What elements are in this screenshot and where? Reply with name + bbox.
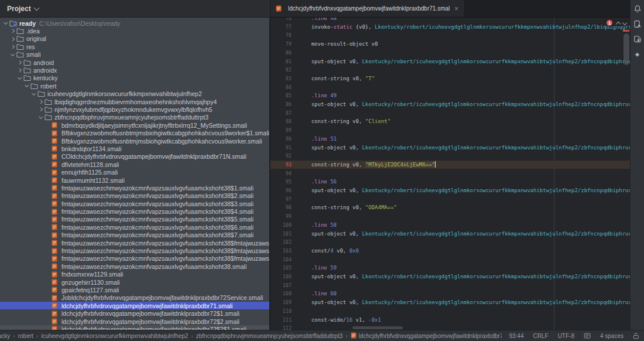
file-encoding[interactable]: UTF-8: [558, 333, 574, 339]
tree-item-label: ldchcjdyfhrbfvdnxvqgatampejbomvwjfawitdn…: [61, 318, 239, 325]
tree-item-label: ennujrhfih1125.smali: [61, 169, 118, 176]
breadcrumb-item[interactable]: zbfncnpqdbiphruvjmmxueamnjcyuhejsomsbtrf…: [196, 333, 343, 339]
tree-item-file[interactable]: fmtajwuzawsezchmwyazokcmnfvapzsauxlvgvfu…: [0, 262, 269, 270]
ai-assistant-icon[interactable]: ✦: [633, 50, 642, 59]
tree-item-file[interactable]: dfivtetehm1128.smali: [0, 161, 269, 168]
chevron-collapsed-icon[interactable]: [16, 61, 23, 64]
tree-item-folder[interactable]: .idea: [0, 27, 269, 35]
tree-item-folder[interactable]: smali: [0, 51, 269, 59]
chevron-collapsed-icon[interactable]: [9, 29, 16, 32]
chevron-expanded-icon[interactable]: [37, 117, 44, 118]
error-stripe-mark[interactable]: [623, 30, 629, 32]
tree-item-file[interactable]: Jobldchcjdyfhrbfvdnxvqgatampejbomvwjfawi…: [0, 294, 269, 302]
tree-item-folder[interactable]: kentucky: [0, 74, 269, 82]
device-manager-icon[interactable]: [633, 35, 642, 44]
line-number: 104: [270, 257, 299, 262]
folder-icon: [16, 28, 25, 35]
chevron-expanded-icon[interactable]: [16, 77, 23, 79]
breadcrumb-item[interactable]: ldchcjdyfhrbfvdnxvqgatampejbomvwjfawitdn…: [351, 332, 502, 340]
tree-item-file[interactable]: fmtajwuzawsezchmwyazokcmnfvapzsauxlvgvfu…: [0, 192, 269, 200]
line-number: 79: [270, 41, 299, 47]
line-number: 77: [270, 24, 299, 30]
chevron-collapsed-icon[interactable]: [9, 37, 16, 40]
tree-item-file[interactable]: fmtajwuzawsezchmwyazokcmnfvapzsauxlvgvfu…: [0, 255, 269, 262]
tree-item-file[interactable]: bdmrbqsydkdjitjaeyjsimnytfcxnljajikrjtny…: [0, 121, 269, 129]
smali-file-icon: [52, 122, 60, 128]
tree-item-folder[interactable]: icuheevgdgtlglnmkorsowcururfkkmpxnwvahib…: [0, 90, 269, 98]
chevron-collapsed-icon[interactable]: [37, 108, 44, 111]
caret-position[interactable]: 93:44: [509, 333, 523, 339]
tree-item-label: fndxsmxrxw1129.smali: [61, 271, 123, 278]
tree-item-file[interactable]: fmtajwuzawsezchmwyazokcmnfvapzsauxlvgvfu…: [0, 231, 269, 239]
notifications-bell-icon[interactable]: [633, 4, 642, 13]
line-number: 112: [270, 325, 299, 330]
lock-icon[interactable]: [633, 332, 639, 339]
chevron-expanded-icon[interactable]: [2, 22, 9, 24]
smali-file-icon: [52, 279, 60, 285]
code-editor[interactable]: 76 .line 4877 invoke-static {v0}, Lkentu…: [270, 18, 630, 330]
tree-item-file[interactable]: bnkdndqtor1134.smali: [0, 145, 269, 152]
line-separator[interactable]: CRLF: [533, 333, 549, 339]
tree-item-file[interactable]: fauwrmumht1132.smali: [0, 176, 269, 184]
tree-item-file[interactable]: fmtajwuzawsezchmwyazokcmnfvapzsauxlvgvfu…: [0, 239, 269, 247]
chevron-collapsed-icon[interactable]: [37, 100, 44, 103]
code-token: "T": [365, 76, 375, 81]
code-token: 16: [346, 317, 352, 323]
editor-horizontal-scrollbar[interactable]: [352, 326, 403, 329]
tree-item-file[interactable]: ldchcjdyfhrbfvdnxvqgatampejbomvwjfawitdn…: [0, 309, 269, 317]
tree-item-file[interactable]: COldchcjdyfhrbfvdnxvqgatampejbomvwjfawit…: [0, 153, 269, 161]
tree-item-file[interactable]: Bfbkvgxnzzwobmoftusnbtmjmsbiohgiwtkcabgp…: [0, 137, 269, 145]
breadcrumb-separator: ›: [13, 333, 15, 339]
tree-item-folder[interactable]: readyC:\Users\rafoo\Desktop\ready: [0, 19, 269, 27]
editor-vertical-scrollbar[interactable]: [622, 18, 630, 330]
tree-item-file[interactable]: fmtajwuzawsezchmwyazokcmnfvapzsauxlvgvfu…: [0, 207, 269, 215]
code-token: sput-object v0,: [299, 59, 362, 64]
chevron-collapsed-icon[interactable]: [16, 69, 23, 71]
editor-tab-bar: ldchcjdyfhrbfvdnxvqgatampejbomvwjfawitdn…: [270, 0, 644, 18]
scrollbar-thumb[interactable]: [624, 33, 629, 65]
breadcrumb-item[interactable]: tucky: [0, 333, 10, 339]
tree-item-file[interactable]: fmtajwuzawsezchmwyazokcmnfvapzsauxlvgvfu…: [0, 223, 269, 231]
indent-style[interactable]: 4 spaces: [600, 333, 624, 339]
tree-item-file[interactable]: fmtajwuzawsezchmwyazokcmnfvapzsauxlvgvfu…: [0, 247, 269, 254]
project-view-selector[interactable]: Project: [7, 5, 39, 13]
tree-item-folder[interactable]: robert: [0, 82, 269, 90]
tree-item-file[interactable]: gnzugehirr1130.smali: [0, 278, 269, 286]
breadcrumb: tucky›robert›icuheevgdgtlglnmkorsowcurur…: [0, 332, 502, 340]
tree-item-file[interactable]: fmtajwuzawsezchmwyazokcmnfvapzsauxlvgvfu…: [0, 216, 269, 223]
breadcrumb-item[interactable]: robert: [18, 333, 33, 339]
tree-item-folder[interactable]: original: [0, 35, 269, 43]
tree-item-file[interactable]: Bfbkvgxnzzwobmoftusnbtmjmsbiohgiwtkcabgp…: [0, 129, 269, 137]
tree-item-file[interactable]: ldchcjdyfhrbfvdnxvqgatampejbomvwjfawitdn…: [0, 325, 269, 330]
tree-item-file[interactable]: ennujrhfih1125.smali: [0, 168, 269, 176]
chevron-expanded-icon[interactable]: [30, 93, 37, 95]
code-line: 96 sput-object v0, Lkentucky/robert/icuh…: [270, 186, 630, 195]
tree-item-folder[interactable]: android: [0, 59, 269, 66]
tree-item-folder[interactable]: njmfynzvxylubmdfjqpbxyzhokmndukemvgvwxyl…: [0, 105, 269, 113]
previous-error-icon[interactable]: [616, 21, 621, 26]
chevron-expanded-icon[interactable]: [9, 54, 16, 56]
tree-item-file[interactable]: ldchcjdyfhrbfvdnxvqgatampejbomvwjfawitdn…: [0, 302, 269, 309]
chevron-expanded-icon[interactable]: [23, 85, 30, 87]
tree-item-folder[interactable]: res: [0, 43, 269, 50]
tree-item-file[interactable]: fndxsmxrxw1129.smali: [0, 271, 269, 278]
tree-item-file[interactable]: ldchcjdyfhrbfvdnxvqgatampejbomvwjfawitdn…: [0, 318, 269, 325]
chevron-collapsed-icon[interactable]: [9, 45, 16, 48]
tree-item-folder[interactable]: androidx: [0, 66, 269, 74]
code-line: 99: [270, 212, 630, 221]
close-tab-icon[interactable]: ×: [454, 5, 458, 12]
line-number: 84: [270, 84, 299, 90]
project-tree[interactable]: readyC:\Users\rafoo\Desktop\ready.ideaor…: [0, 18, 270, 330]
tree-item-file[interactable]: fmtajwuzawsezchmwyazokcmnfvapzsauxlvgvfu…: [0, 200, 269, 207]
tree-item-label: fmtajwuzawsezchmwyazokcmnfvapzsauxlvgvfu…: [61, 224, 254, 231]
running-devices-icon[interactable]: [633, 19, 642, 29]
tree-item-folder[interactable]: zbfncnpqdbiphruvjmmxueamnjcyuhejsomsbtrf…: [0, 114, 269, 121]
code-token: sput-object v0,: [299, 299, 362, 305]
tree-item-label: ldchcjdyfhrbfvdnxvqgatampejbomvwjfawitdn…: [61, 326, 246, 330]
tree-item-folder[interactable]: lbiqdighqgrrdnezmubbievrmhomaxeohehnksho…: [0, 98, 269, 105]
tree-item-file[interactable]: fmtajwuzawsezchmwyazokcmnfvapzsauxlvgvfu…: [0, 184, 269, 192]
breadcrumb-item[interactable]: icuheevgdgtlglnmkorsowcururfkkmpxnwvahib…: [41, 333, 188, 339]
editor-tab[interactable]: ldchcjdyfhrbfvdnxvqgatampejbomvwjfawitdn…: [270, 0, 465, 17]
reader-mode-icon[interactable]: [584, 332, 591, 339]
tree-item-file[interactable]: gpaicfetnq1127.smali: [0, 286, 269, 294]
